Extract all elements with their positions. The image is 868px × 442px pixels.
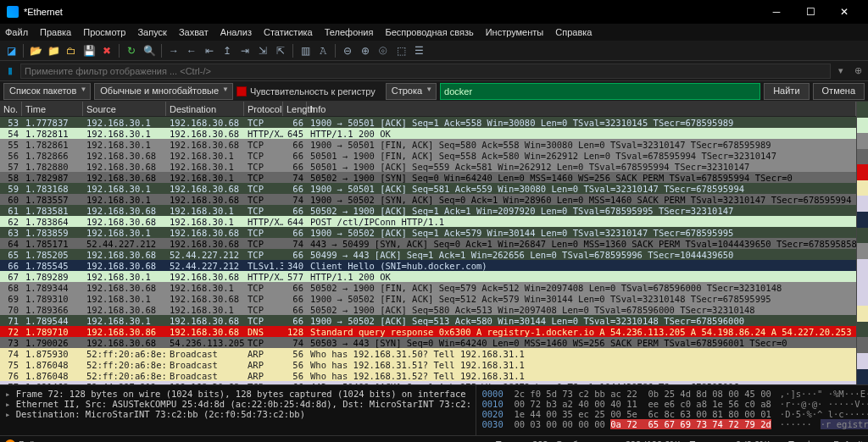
packet-list-header[interactable]: No. Time Source Destination Protocol Len… (0, 102, 856, 117)
menu-Файл[interactable]: Файл (5, 27, 28, 37)
packet-row[interactable]: 571.782880192.168.30.68192.168.30.1TCP66… (0, 161, 856, 172)
packet-details-pane[interactable]: ▸ Frame 72: 128 bytes on wire (1024 bits… (0, 385, 476, 435)
packet-bytes-pane[interactable]: 0000 2c f0 5d 73 c2 bb ac 22 0b 25 4d 8d… (476, 385, 868, 435)
col-length[interactable]: Length (283, 102, 307, 116)
window-title: *Ethernet (24, 7, 63, 17)
fin-icon[interactable]: ◪ (3, 43, 19, 58)
packet-row[interactable]: 721.789710192.168.30.86192.168.30.68DNS1… (0, 326, 856, 337)
step-fwd-icon[interactable]: ⇥ (237, 43, 253, 58)
packet-row[interactable]: 661.785545192.168.30.6852.44.227.212TLSv… (0, 260, 856, 271)
case-sensitive-checkbox[interactable] (236, 86, 247, 97)
packet-row[interactable]: 551.782861192.168.30.1192.168.30.68TCP66… (0, 139, 856, 150)
packet-row[interactable]: 701.789366192.168.30.68192.168.30.1TCP66… (0, 304, 856, 315)
columns-icon[interactable]: ▥ (298, 43, 313, 58)
packet-row[interactable]: 761.87604852:ff:20:a6:8e:ffBroadcastARP5… (0, 370, 856, 381)
menu-Справка[interactable]: Справка (555, 27, 592, 37)
zoom-reset-icon[interactable]: ⦾ (376, 43, 391, 58)
zoom-in-icon[interactable]: ⊕ (358, 43, 373, 58)
reload-icon[interactable]: ↻ (124, 43, 139, 58)
status-profile-text[interactable]: Профиль: Default (788, 439, 863, 443)
display-filter-input[interactable] (20, 64, 831, 79)
resize-icon[interactable]: ⬚ (393, 43, 409, 58)
arrow-up-icon[interactable]: ↥ (220, 43, 235, 58)
packet-row[interactable]: 611.783581192.168.30.68192.168.30.1TCP66… (0, 205, 856, 216)
save-icon[interactable]: 💾 (81, 43, 97, 58)
close-x-icon[interactable]: ✖ (99, 43, 114, 58)
packet-row[interactable]: 751.87604852:ff:20:a6:8e:ffBroadcastARP5… (0, 359, 856, 370)
menu-Анализ[interactable]: Анализ (220, 27, 252, 37)
close-button[interactable]: ✕ (827, 0, 861, 24)
filter-bookmark-icon[interactable]: ▮ (3, 64, 17, 78)
col-no[interactable]: No. (0, 102, 22, 116)
menu-Запуск[interactable]: Запуск (137, 27, 166, 37)
packet-row[interactable]: 711.789544192.168.30.1192.168.30.68TCP66… (0, 315, 856, 326)
search-scope-combo[interactable]: Список пакетов (3, 83, 91, 100)
minimap-scrollbar[interactable] (856, 102, 868, 384)
sort-icon[interactable]: ☰ (411, 43, 426, 58)
filter-bar: ▮ ▾ ⊕ (0, 61, 868, 81)
find-input[interactable] (440, 83, 760, 100)
menu-Беспроводная связь[interactable]: Беспроводная связь (385, 27, 473, 37)
packet-row[interactable]: 601.783557192.168.30.1192.168.30.68TCP74… (0, 194, 856, 205)
packet-row[interactable]: 671.789289192.168.30.1192.168.30.68HTTP/… (0, 271, 856, 282)
titlebar: *Ethernet ─ ☐ ✕ (0, 0, 868, 24)
app-icon (7, 6, 19, 18)
zoom-out-icon[interactable]: ⊖ (340, 43, 355, 58)
search-type-combo[interactable]: Строка (386, 83, 437, 100)
detail-tree-line[interactable]: ▸ Ethernet II, Src: ASUSTekCOMPU_25:4d:8… (5, 399, 470, 409)
folder-icon[interactable]: 🗀 (64, 43, 79, 58)
hex-line[interactable]: 0030 00 03 00 00 00 00 0a 72 65 67 69 73… (481, 419, 863, 429)
hex-line[interactable]: 0010 00 72 b3 a2 40 00 40 11 ee e6 c0 a8… (481, 399, 863, 409)
col-dest[interactable]: Destination (166, 102, 244, 116)
menu-Инструменты[interactable]: Инструменты (486, 27, 544, 37)
packet-row[interactable]: 691.789310192.168.30.1192.168.30.68TCP66… (0, 293, 856, 304)
maximize-button[interactable]: ☐ (793, 0, 827, 24)
status-icon (5, 439, 15, 443)
find-bar: Список пакетов Обычные и многобайтовые Ч… (0, 81, 868, 102)
packet-row[interactable]: 631.783859192.168.30.1192.168.30.68TCP66… (0, 227, 856, 238)
arrow-right-icon[interactable]: → (166, 43, 181, 58)
filter-expr-add-icon[interactable]: ⊕ (851, 64, 865, 78)
menu-Статистика[interactable]: Статистика (264, 27, 313, 37)
goto-last-icon[interactable]: ⇲ (255, 43, 270, 58)
minimize-button[interactable]: ─ (760, 0, 793, 24)
hex-line[interactable]: 0000 2c f0 5d 73 c2 bb ac 22 0b 25 4d 8d… (481, 389, 863, 399)
step-back-icon[interactable]: ⇤ (202, 43, 217, 58)
packet-row[interactable]: 621.783864192.168.30.68192.168.30.1HTTP/… (0, 216, 856, 227)
folder-open-blue-icon[interactable]: 📂 (28, 43, 43, 58)
menu-Правка[interactable]: Правка (40, 27, 71, 37)
packet-row[interactable]: 731.790026192.168.30.6854.236.113.205TCP… (0, 337, 856, 348)
packet-row[interactable]: 651.785205192.168.30.6852.44.227.212TCP6… (0, 249, 856, 260)
col-proto[interactable]: Protocol (244, 102, 283, 116)
packet-row[interactable]: 681.789344192.168.30.68192.168.30.1TCP66… (0, 282, 856, 293)
packet-row[interactable]: 641.78517152.44.227.212192.168.30.68TCP7… (0, 238, 856, 249)
find-icon[interactable]: 🔍 (142, 43, 157, 58)
col-time[interactable]: Time (22, 102, 83, 116)
goto-first-icon[interactable]: ⇱ (273, 43, 288, 58)
filter-dropdown-icon[interactable]: ▾ (834, 64, 848, 78)
arrow-left-icon[interactable]: ← (184, 43, 199, 58)
detail-tree-line[interactable]: ▸ Frame 72: 128 bytes on wire (1024 bits… (5, 389, 470, 399)
find-button[interactable]: Найти (764, 83, 809, 100)
menu-Просмотр[interactable]: Просмотр (83, 27, 125, 37)
hex-line[interactable]: 0020 1e 44 00 35 ec 25 00 5e 6c 8c 63 00… (481, 409, 863, 419)
detail-tree-line[interactable]: ▸ Destination: MicroStarINT_73:c2:bb (2c… (5, 409, 470, 419)
packet-row[interactable]: 531.777837192.168.30.1192.168.30.68TCP66… (0, 117, 856, 128)
packet-list[interactable]: No. Time Source Destination Protocol Len… (0, 102, 856, 384)
menu-Телефония[interactable]: Телефония (325, 27, 374, 37)
packet-row[interactable]: 541.782811192.168.30.1192.168.30.68HTTP/… (0, 128, 856, 139)
packet-row[interactable]: 561.782866192.168.30.68192.168.30.1TCP66… (0, 150, 856, 161)
case-sensitive-label: Чувствительность к регистру (250, 86, 376, 97)
col-info[interactable]: Info (307, 102, 856, 116)
packet-row[interactable]: 771.92146852.44.227.212192.168.30.68TCP6… (0, 381, 856, 384)
menu-Захват[interactable]: Захват (179, 27, 209, 37)
status-packets-text: Пакеты: 302 · Отображаются: 302 (100.0%)… (495, 439, 771, 443)
packet-row[interactable]: 741.87593052:ff:20:a6:8e:ffBroadcastARP5… (0, 348, 856, 359)
text-size-icon[interactable]: 𝙰 (315, 43, 331, 58)
col-source[interactable]: Source (83, 102, 166, 116)
cancel-button[interactable]: Отмена (813, 83, 865, 100)
folder-open-orange-icon[interactable]: 📁 (46, 43, 61, 58)
search-encoding-combo[interactable]: Обычные и многобайтовые (94, 83, 233, 100)
packet-row[interactable]: 591.783168192.168.30.1192.168.30.68TCP66… (0, 183, 856, 194)
packet-row[interactable]: 581.782987192.168.30.68192.168.30.1TCP74… (0, 172, 856, 183)
